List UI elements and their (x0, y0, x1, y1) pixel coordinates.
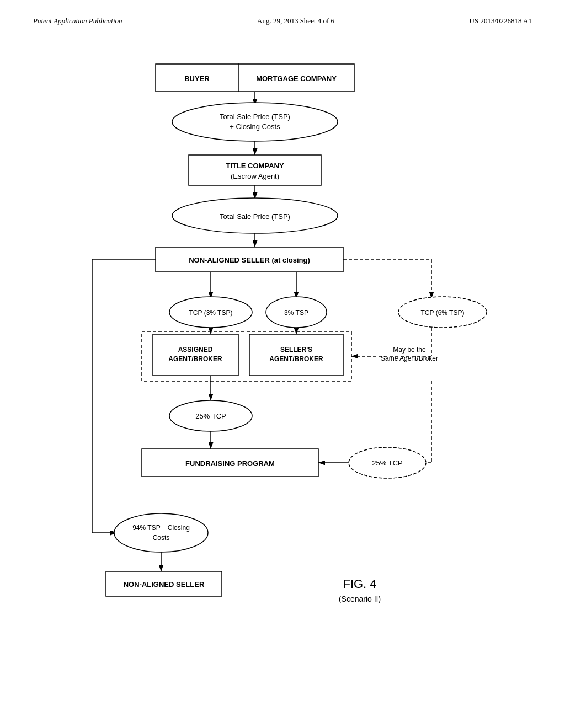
may-be-same-label2: Same Agent/Broker (381, 355, 438, 362)
assigned-agent-label: ASSIGNED (178, 346, 213, 354)
pct3-tsp-label: 3% TSP (284, 309, 308, 317)
pct25-tcp2-label: 25% TCP (372, 459, 402, 467)
header-date-sheet: Aug. 29, 2013 Sheet 4 of 6 (257, 17, 334, 25)
tcp-6pct-label: TCP (6% TSP) (421, 309, 465, 317)
fig-number: FIG. 4 (343, 577, 376, 591)
assigned-agent-label2: AGENT/BROKER (168, 355, 222, 363)
fig-subtitle: (Scenario II) (339, 595, 381, 603)
header-publication: Patent Application Publication (33, 17, 122, 25)
svg-rect-7 (189, 155, 321, 185)
sellers-agent-label: SELLER'S (280, 346, 312, 354)
pct94-tsp-label: 94% TSP – Closing (132, 524, 190, 532)
fundraising-label: FUNDRAISING PROGRAM (185, 459, 275, 468)
flowchart-svg: BUYER MORTGAGE COMPANY Total Sale Price … (45, 47, 520, 654)
tsp-closing-label: Total Sale Price (TSP) (220, 113, 290, 121)
title-company-sub: (Escrow Agent) (231, 172, 279, 180)
page: Patent Application Publication Aug. 29, … (0, 0, 565, 728)
non-aligned-seller-bottom-label: NON-ALIGNED SELLER (124, 580, 205, 588)
tsp-label: Total Sale Price (TSP) (220, 212, 290, 221)
pct25-tcp-label: 25% TCP (195, 412, 226, 420)
title-company-label: TITLE COMPANY (226, 162, 284, 170)
diagram-area: BUYER MORTGAGE COMPANY Total Sale Price … (33, 47, 532, 654)
non-aligned-seller-label: NON-ALIGNED SELLER (at closing) (189, 256, 310, 264)
header-patent-number: US 2013/0226818 A1 (470, 17, 532, 25)
mortgage-company-label: MORTGAGE COMPANY (256, 74, 337, 83)
pct94-tsp-label2: Costs (153, 534, 170, 542)
svg-point-37 (114, 513, 208, 552)
svg-point-5 (172, 103, 338, 141)
tsp-closing-label2: + Closing Costs (230, 122, 280, 131)
may-be-same-label: May be the (393, 346, 426, 354)
sellers-agent-label2: AGENT/BROKER (269, 355, 323, 363)
buyer-label: BUYER (184, 74, 210, 83)
page-header: Patent Application Publication Aug. 29, … (33, 17, 532, 25)
tcp-3pct-label: TCP (3% TSP) (189, 309, 233, 317)
